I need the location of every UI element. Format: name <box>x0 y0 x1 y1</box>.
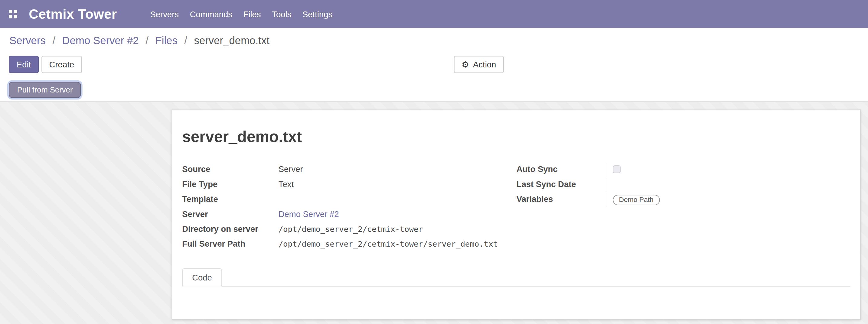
breadcrumb-separator: / <box>52 35 55 46</box>
menu-item-commands[interactable]: Commands <box>184 0 238 28</box>
breadcrumb-separator: / <box>146 35 149 46</box>
field-value-variables: Demo Path <box>607 193 850 207</box>
object-buttons-row: Pull from Server <box>0 82 868 98</box>
edit-button[interactable]: Edit <box>9 56 39 73</box>
menu-item-files[interactable]: Files <box>238 0 267 28</box>
variable-tag-demo-path: Demo Path <box>613 195 660 205</box>
top-navbar: Cetmix Tower Servers Commands Files Tool… <box>0 0 868 28</box>
create-button[interactable]: Create <box>41 56 82 73</box>
field-row-variables: Variables Demo Path <box>517 193 850 208</box>
breadcrumb-demo-server[interactable]: Demo Server #2 <box>62 35 139 46</box>
form-view-background: server_demo.txt Source Server File Type … <box>0 101 868 324</box>
pull-from-server-button[interactable]: Pull from Server <box>9 82 81 98</box>
gear-icon: ⚙ <box>462 60 469 69</box>
menu-item-settings[interactable]: Settings <box>297 0 338 28</box>
breadcrumb: Servers / Demo Server #2 / Files / serve… <box>0 28 868 51</box>
field-label: Auto Sync <box>517 163 607 174</box>
field-row-template: Template <box>182 193 506 208</box>
field-label: Variables <box>517 193 607 204</box>
page: Cetmix Tower Servers Commands Files Tool… <box>0 0 868 324</box>
field-label: File Type <box>182 178 278 189</box>
field-row-file-type: File Type Text <box>182 178 506 193</box>
menu-item-servers[interactable]: Servers <box>145 0 184 28</box>
breadcrumb-separator: / <box>184 35 187 46</box>
field-value-source: Server <box>279 163 303 174</box>
field-group-left: Source Server File Type Text Template Se… <box>182 163 506 253</box>
field-value-directory: /opt/demo_server_2/cetmix-tower <box>279 223 423 234</box>
field-value-auto-sync <box>607 163 850 177</box>
field-row-last-sync: Last Sync Date <box>517 178 850 193</box>
field-row-full-path: Full Server Path /opt/demo_server_2/cetm… <box>182 238 506 253</box>
field-row-auto-sync: Auto Sync <box>517 163 850 178</box>
brand-title[interactable]: Cetmix Tower <box>29 6 117 22</box>
breadcrumb-current: server_demo.txt <box>194 35 269 46</box>
field-label: Last Sync Date <box>517 178 607 189</box>
field-label: Directory on server <box>182 223 278 234</box>
field-row-server: Server Demo Server #2 <box>182 208 506 223</box>
breadcrumb-servers[interactable]: Servers <box>9 35 46 46</box>
field-label: Full Server Path <box>182 238 278 249</box>
action-button[interactable]: ⚙ Action <box>454 56 504 73</box>
auto-sync-checkbox[interactable] <box>613 165 621 173</box>
main-menu: Servers Commands Files Tools Settings <box>145 0 338 28</box>
field-value-file-type: Text <box>279 178 294 189</box>
page-title: server_demo.txt <box>182 128 850 146</box>
field-value-server-link[interactable]: Demo Server #2 <box>279 208 339 219</box>
field-row-directory: Directory on server /opt/demo_server_2/c… <box>182 223 506 238</box>
menu-item-tools[interactable]: Tools <box>267 0 297 28</box>
form-sheet: server_demo.txt Source Server File Type … <box>172 109 861 320</box>
action-button-label: Action <box>473 57 496 72</box>
field-label: Source <box>182 163 278 174</box>
field-value-full-path: /opt/demo_server_2/cetmix-tower/server_d… <box>279 238 498 249</box>
field-label: Template <box>182 193 278 204</box>
form-toolbar: Edit Create ⚙ Action <box>0 56 868 73</box>
tab-code[interactable]: Code <box>182 268 222 287</box>
breadcrumb-files[interactable]: Files <box>155 35 177 46</box>
field-row-source: Source Server <box>182 163 506 178</box>
notebook-tabs: Code <box>182 268 850 287</box>
field-group-right: Auto Sync Last Sync Date Variables Demo … <box>517 163 850 253</box>
apps-grid-icon[interactable] <box>9 10 17 18</box>
field-label: Server <box>182 208 278 219</box>
field-value-last-sync <box>607 178 850 192</box>
field-groups: Source Server File Type Text Template Se… <box>182 163 850 253</box>
